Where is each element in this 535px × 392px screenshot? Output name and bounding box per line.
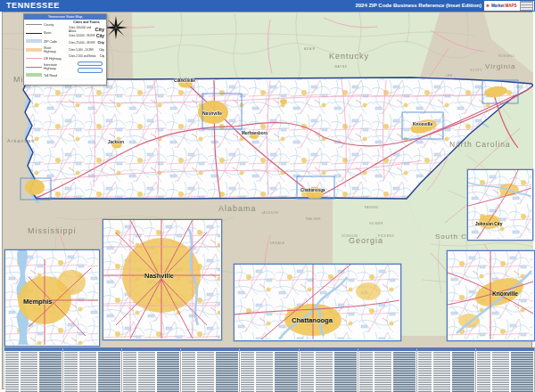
inset-johnson-city: Johnson City <box>467 169 533 241</box>
city-class-2: Cities 50,000 - 99,999 <box>69 34 95 37</box>
logo-text-maps: MAPS <box>505 4 516 8</box>
city-class-5: Cities 2,500 and Below <box>69 54 96 58</box>
zip-index-name-column <box>476 351 491 392</box>
city-sample-1: City <box>95 27 104 32</box>
county-label-walker: WALKER <box>306 217 321 221</box>
county-label-gilmer: GILMER <box>369 222 383 225</box>
inset-johnson-city-map: Johnson City <box>468 170 531 239</box>
zip-index-code-column <box>38 351 62 392</box>
top-title-bar: TENNESSEE 2024 ZIP Code Business Referen… <box>0 0 535 12</box>
map-frame: Missouri Arkansas Mississippi Alabama Ge… <box>2 12 532 389</box>
state-label-virginia: Virginia <box>485 62 516 70</box>
us-route-sample-bar <box>78 68 103 73</box>
zip-index-name-column <box>4 351 20 392</box>
inset-knoxville: Knoxville <box>447 250 535 341</box>
zip-index-code-column <box>215 351 239 392</box>
state-label-alabama: Alabama <box>218 204 257 213</box>
city-label-murfreesboro: Murfreesboro <box>242 131 268 135</box>
zip-index-code-column <box>333 351 358 392</box>
legend-label-interstate: Interstate Highway <box>44 63 63 70</box>
zip-index-name-column <box>240 351 255 392</box>
state-title: TENNESSEE <box>6 1 60 10</box>
inset-chattanooga-map: Chattanooga <box>235 265 399 339</box>
zip-index-code-column <box>156 351 180 392</box>
inset-nashville-map: Nashville <box>103 220 220 339</box>
city-label-chattanooga: Chattanooga <box>300 188 325 192</box>
legend-city-classes: Cities and Towns Cities 100,000 and Abov… <box>69 20 104 80</box>
legend-line-symbols: County State ZIP Code State Highway US H… <box>26 20 69 80</box>
city-label-clarksville: Clarksville <box>174 78 195 83</box>
logo-text-market: Market <box>491 4 505 8</box>
county-label-jackson: JACKSON <box>261 211 278 215</box>
legend-label-state: State <box>44 31 63 35</box>
inset-city-label-johnson-city: Johnson City <box>475 222 503 226</box>
inset-city-label-memphis: Memphis <box>23 298 53 306</box>
zip-index-code-column <box>451 351 475 392</box>
state-highway-swatch <box>26 48 42 53</box>
interstate-sample-bar <box>78 61 103 67</box>
state-label-mississippi: Mississippi <box>28 226 77 235</box>
legend: Tennessee State Map County State ZIP Cod… <box>23 13 107 86</box>
zip-index-place-column <box>432 351 451 392</box>
zip-index-name-column <box>122 351 137 392</box>
zip-index-name-column <box>417 351 432 392</box>
inset-city-label-knoxville: Knoxville <box>492 290 518 297</box>
zip-index-place-column <box>137 351 156 392</box>
zip-code-index-table <box>4 347 535 392</box>
county-label-lee: LEE <box>446 74 453 78</box>
city-sample-3: City <box>97 40 104 45</box>
zip-index-name-column <box>63 351 78 392</box>
logo-info-box <box>520 1 533 11</box>
logo-star-icon: ✶ <box>485 3 490 9</box>
legend-label-zip: ZIP Code <box>44 40 63 44</box>
toll-road-swatch <box>26 73 42 78</box>
zip-index-place-column <box>196 351 215 392</box>
zip-index-place-column <box>20 351 38 392</box>
city-label-nashville: Nashville <box>202 110 222 116</box>
zip-index-code-column <box>510 351 534 392</box>
us-highway-swatch <box>26 56 42 61</box>
state-line-swatch <box>26 31 42 36</box>
zip-code-swatch <box>26 39 42 44</box>
legend-label-state-highway: State Highway <box>44 46 63 53</box>
inset-memphis: Memphis <box>4 249 100 347</box>
city-label-jackson: Jackson <box>108 140 124 144</box>
zip-index-column-group <box>476 348 535 392</box>
county-label-adair: ADAIR <box>304 47 316 51</box>
state-label-kentucky: Kentucky <box>329 52 369 61</box>
zip-index-column-group <box>181 348 240 392</box>
city-sample-4: City <box>99 48 104 52</box>
zip-index-column-group <box>4 348 63 392</box>
city-class-1: Cities 100,000 and Above <box>69 26 95 33</box>
inset-chattanooga: Chattanooga <box>234 264 401 341</box>
city-class-3: Cities 25,000 - 49,999 <box>69 41 95 45</box>
zip-index-column-group <box>300 348 358 392</box>
zip-index-place-column <box>491 351 510 392</box>
county-label-scott: SCOTT <box>470 69 482 72</box>
city-class-4: Cities 5,000 - 24,999 <box>69 48 94 52</box>
legend-label-us-highway: US Highway <box>44 57 63 61</box>
county-label-fannin: FANNIN <box>365 206 378 209</box>
city-sample-2: City <box>96 34 104 38</box>
zip-index-column-group <box>122 348 181 392</box>
inset-city-label-nashville: Nashville <box>144 272 174 280</box>
zip-index-place-column <box>255 351 274 392</box>
zip-index-code-column <box>392 351 416 392</box>
zip-index-name-column <box>181 351 196 392</box>
zip-index-name-column <box>358 351 374 392</box>
zip-index-name-column <box>300 351 315 392</box>
zip-index-place-column <box>315 351 333 392</box>
publisher-logo: ✶ Market MAPS <box>484 1 534 11</box>
county-label-pickens: PICKENS <box>378 234 394 238</box>
zip-index-column-group <box>358 348 417 392</box>
edition-subtitle: 2024 ZIP Code Business Reference (Inset … <box>355 3 482 8</box>
interstate-swatch <box>26 65 42 69</box>
zip-index-code-column <box>274 351 298 392</box>
county-label-wayne: WAYNE <box>334 65 348 69</box>
inset-city-label-chattanooga: Chattanooga <box>292 316 333 324</box>
compass-rose-icon <box>104 16 128 39</box>
map-poster: TENNESSEE 2024 ZIP Code Business Referen… <box>0 0 535 392</box>
zip-index-place-column <box>374 351 392 392</box>
zip-index-column-group <box>417 348 476 392</box>
zip-index-place-column <box>78 351 97 392</box>
